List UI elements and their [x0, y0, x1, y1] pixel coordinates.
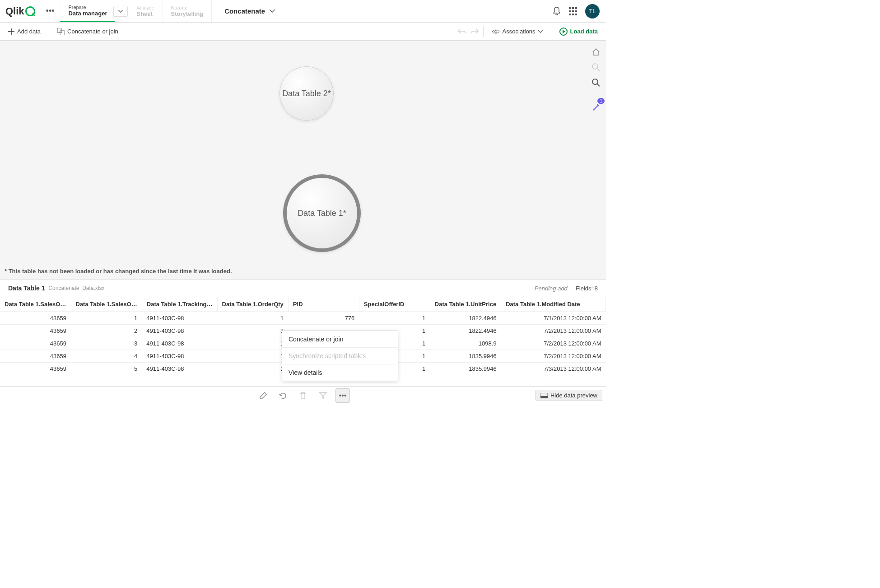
preview-bottom-toolbar: ••• Hide data preview — [0, 386, 606, 404]
table-cell: 43659 — [0, 324, 71, 337]
add-data-button[interactable]: Add data — [5, 26, 44, 37]
table-row[interactable]: 4365914911-403C-98177611822.49467/1/2013… — [0, 312, 606, 324]
refresh-icon[interactable] — [276, 388, 290, 403]
table-cell: 4911-403C-98 — [142, 312, 217, 324]
tab-label-main: Sheet — [136, 10, 154, 17]
table-cell: 1835.9946 — [430, 362, 501, 375]
bubble-label: Data Table 2* — [282, 89, 331, 98]
table-cell: 3 — [71, 337, 142, 350]
play-icon — [559, 28, 568, 36]
preview-table-name: Data Table 1 — [8, 285, 45, 292]
table-cell: 1822.4946 — [430, 312, 501, 324]
edit-icon[interactable] — [256, 388, 270, 403]
zoom-in-icon[interactable] — [591, 78, 601, 88]
tab-label-main: Storytelling — [171, 10, 204, 17]
table-context-menu: Concatenate or join Synchronize scripted… — [282, 331, 398, 381]
table-cell: 1 — [217, 312, 288, 324]
tab-analyze[interactable]: Analyze Sheet — [128, 0, 162, 22]
hide-preview-button[interactable]: Hide data preview — [535, 390, 602, 401]
tab-label-small: Narrate — [171, 5, 204, 10]
chevron-down-icon — [538, 30, 543, 33]
load-data-button[interactable]: Load data — [556, 26, 601, 37]
plus-icon — [8, 28, 14, 35]
column-header[interactable]: Data Table 1.Tracking… — [142, 297, 217, 312]
side-separator — [590, 95, 602, 95]
svg-rect-3 — [569, 10, 571, 12]
recommendations-icon[interactable]: 1 — [591, 103, 601, 112]
table-bubble-1[interactable]: Data Table 1* — [283, 174, 361, 252]
concatenate-join-button[interactable]: Concatenate or join — [54, 26, 122, 37]
column-header[interactable]: PID — [288, 297, 359, 312]
action-toolbar: Add data Concatenate or join Association… — [0, 23, 606, 41]
data-model-canvas[interactable]: Data Table 2* Data Table 1* * This table… — [0, 41, 606, 279]
table-cell: 43659 — [0, 337, 71, 350]
tab-label-small: Analyze — [136, 5, 154, 10]
global-more-icon[interactable]: ••• — [41, 6, 60, 16]
more-actions-icon[interactable]: ••• — [335, 388, 350, 403]
preview-header-right: Pending add Fields: 8 — [535, 285, 598, 292]
notification-icon[interactable] — [553, 7, 561, 16]
logo-area[interactable]: Qlik — [0, 0, 41, 22]
table-cell: 7/2/2013 12:00:00 AM — [501, 337, 606, 350]
column-header[interactable]: SpecialOfferID — [359, 297, 430, 312]
fields-count: Fields: 8 — [576, 285, 598, 292]
toolbar-separator — [49, 26, 49, 37]
table-cell: 7/2/2013 12:00:00 AM — [501, 350, 606, 362]
svg-rect-15 — [540, 396, 548, 398]
table-cell: 5 — [71, 362, 142, 375]
prepare-dropdown[interactable] — [113, 6, 128, 17]
column-header[interactable]: Data Table 1.OrderQty — [217, 297, 288, 312]
chevron-down-icon — [270, 9, 275, 13]
svg-point-11 — [494, 30, 497, 33]
column-header[interactable]: Data Table 1.UnitPrice — [430, 297, 501, 312]
table-cell: 1 — [217, 337, 288, 350]
concatenate-icon — [57, 28, 65, 35]
svg-rect-6 — [569, 14, 571, 15]
table-cell: 1835.9946 — [430, 350, 501, 362]
user-avatar[interactable]: TL — [585, 4, 600, 19]
table-bubble-2[interactable]: Data Table 2* — [279, 66, 334, 121]
svg-rect-9 — [57, 28, 62, 33]
menu-synchronize: Synchronize scripted tables — [282, 348, 398, 364]
column-header[interactable]: Data Table 1.Modified Date — [501, 297, 606, 312]
view-associations-button[interactable]: Associations — [488, 26, 546, 37]
panel-icon — [540, 393, 548, 398]
home-icon[interactable] — [591, 47, 601, 57]
toolbar-separator — [483, 26, 484, 37]
menu-concatenate-join[interactable]: Concatenate or join — [282, 331, 398, 348]
table-cell: 43659 — [0, 362, 71, 375]
table-cell: 4911-403C-98 — [142, 337, 217, 350]
apps-grid-icon[interactable] — [569, 7, 577, 15]
svg-rect-8 — [575, 14, 577, 15]
table-cell: 43659 — [0, 350, 71, 362]
table-header-row: Data Table 1.SalesO… Data Table 1.SalesO… — [0, 297, 606, 312]
table-cell: 4911-403C-98 — [142, 324, 217, 337]
bubble-label: Data Table 1* — [298, 209, 346, 218]
table-cell: 1 — [359, 312, 430, 324]
table-cell: 1 — [217, 362, 288, 375]
menu-view-details[interactable]: View details — [282, 364, 398, 381]
canvas-side-tools: 1 — [586, 41, 606, 112]
svg-rect-7 — [572, 14, 574, 15]
tab-narrate[interactable]: Narrate Storytelling — [163, 0, 212, 22]
tab-prepare[interactable]: Prepare Data manager — [60, 0, 115, 22]
svg-rect-1 — [572, 7, 574, 9]
toolbar-right: Associations Load data — [458, 26, 601, 37]
associations-label: Associations — [503, 28, 535, 35]
table-cell: 4 — [71, 350, 142, 362]
zoom-out-icon[interactable] — [591, 62, 601, 72]
table-cell: 7/1/2013 12:00:00 AM — [501, 312, 606, 324]
column-header[interactable]: Data Table 1.SalesO… — [71, 297, 142, 312]
column-header[interactable]: Data Table 1.SalesO… — [0, 297, 71, 312]
chevron-down-icon — [118, 10, 123, 13]
undo-icon — [458, 28, 466, 35]
preview-source-file: Concatenate_Data.xlsx — [48, 285, 104, 291]
eye-icon — [492, 29, 500, 34]
redo-icon — [470, 28, 479, 35]
table-cell: 1 — [71, 312, 142, 324]
table-cell: 2 — [71, 324, 142, 337]
top-right-controls: TL — [553, 4, 606, 19]
app-title-area[interactable]: Concatenate — [212, 7, 553, 15]
table-cell: 4911-403C-98 — [142, 350, 217, 362]
table-cell: 776 — [288, 312, 359, 324]
